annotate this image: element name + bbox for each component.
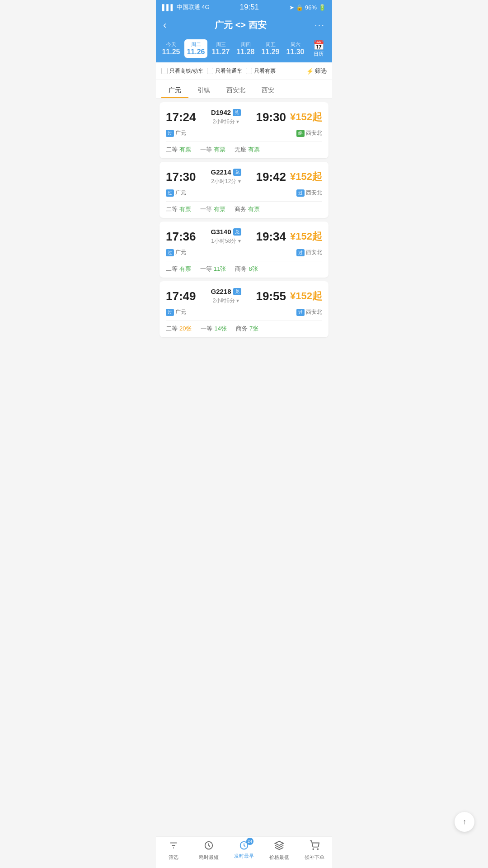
train-card-3[interactable]: 17:49 G2218 兑 2小时6分 ▾ 19:55 ¥152起 过 广元 过…	[160, 281, 328, 337]
ticket-class-0-0: 二等 有票	[166, 146, 191, 154]
calendar-button[interactable]: 📅 日历	[309, 40, 328, 57]
train-number-3: G2218	[211, 288, 231, 295]
train-card-1[interactable]: 17:30 G2214 兑 2小时12分 ▾ 19:42 ¥152起 过 广元 …	[160, 162, 328, 218]
train-duration-0: 2小时6分 ▾	[202, 118, 250, 126]
carrier-label: 中国联通 4G	[177, 3, 210, 11]
arrive-time-3: 19:55	[250, 289, 286, 303]
arrive-time-0: 19:30	[250, 110, 286, 124]
station-tab-xianbei[interactable]: 西安北	[219, 84, 253, 98]
header: ‹ 广元 <> 西安 ···	[156, 14, 332, 37]
arrive-time-1: 19:42	[250, 170, 286, 184]
depart-time-2: 17:36	[166, 230, 202, 244]
depart-station-0: 过 广元	[166, 129, 186, 137]
back-button[interactable]: ‹	[163, 19, 166, 31]
train-number-1: G2214	[211, 168, 231, 176]
date-tab-5[interactable]: 周六 11.30	[284, 39, 307, 58]
depart-time-3: 17:49	[166, 289, 202, 303]
train-list: 17:24 D1942 兑 2小时6分 ▾ 19:30 ¥152起 过 广元 终…	[156, 99, 332, 376]
signal-icon: ▌▌▌	[162, 4, 175, 11]
ticket-class-3-0: 二等 20张	[166, 325, 192, 333]
exchange-badge-1: 兑	[233, 169, 241, 176]
depart-station-3: 过 广元	[166, 308, 186, 316]
ticket-class-1-0: 二等 有票	[166, 205, 191, 213]
station-tab-xian[interactable]: 西安	[254, 84, 282, 98]
depart-tag-0: 过	[166, 130, 174, 137]
arrive-tag-3: 过	[296, 309, 305, 316]
battery-icon: 🔋	[319, 4, 326, 11]
ticket-class-2-0: 二等 有票	[166, 265, 191, 273]
ticket-class-3-1: 一等 14张	[201, 325, 226, 333]
ticket-class-0-1: 一等 有票	[200, 146, 225, 154]
ticket-avail-3: 二等 20张 一等 14张 商务 7张	[166, 321, 322, 333]
ticket-class-0-2: 无座 有票	[235, 146, 260, 154]
depart-time-0: 17:24	[166, 110, 202, 124]
arrive-station-3: 过 西安北	[286, 308, 322, 316]
exchange-badge-3: 兑	[233, 288, 241, 295]
arrive-station-1: 过 西安北	[286, 189, 322, 197]
checkbox-regular[interactable]	[207, 68, 213, 74]
train-card-0[interactable]: 17:24 D1942 兑 2小时6分 ▾ 19:30 ¥152起 过 广元 终…	[160, 102, 328, 158]
station-tabs: 广元 引镇 西安北 西安	[156, 80, 332, 99]
page-title: 广元 <> 西安	[215, 19, 266, 31]
ticket-class-3-2: 商务 7张	[236, 325, 258, 333]
ticket-class-1-1: 一等 有票	[200, 205, 225, 213]
filter-regular[interactable]: 只看普通车	[207, 67, 242, 75]
checkbox-available[interactable]	[246, 68, 252, 74]
train-duration-3: 2小时6分 ▾	[202, 297, 250, 305]
ticket-class-2-2: 商务 8张	[235, 265, 258, 273]
ticket-avail-0: 二等 有票 一等 有票 无座 有票	[166, 142, 322, 154]
station-tab-yinzhen[interactable]: 引镇	[190, 84, 217, 98]
status-right: ➤ 🔒 96% 🔋	[289, 4, 326, 11]
arrive-station-2: 过 西安北	[286, 249, 322, 256]
status-time: 19:51	[240, 3, 259, 12]
date-tab-1[interactable]: 周二 11.26	[184, 39, 207, 58]
train-duration-1: 2小时12分 ▾	[202, 178, 250, 185]
arrive-tag-0: 终	[296, 130, 305, 137]
train-card-2[interactable]: 17:36 G3140 兑 1小时58分 ▾ 19:34 ¥152起 过 广元 …	[160, 222, 328, 278]
station-tab-guangyuan[interactable]: 广元	[161, 84, 188, 98]
filter-highspeed[interactable]: 只看高铁/动车	[161, 67, 203, 75]
filter-more-button[interactable]: ⚡ 筛选	[306, 67, 327, 75]
location-icon: ➤	[289, 4, 294, 11]
arrive-tag-1: 过	[296, 189, 305, 197]
filter-icon: ⚡	[306, 68, 314, 75]
depart-tag-2: 过	[166, 249, 174, 256]
arrive-time-2: 19:34	[250, 230, 286, 244]
ticket-class-2-1: 一等 11张	[200, 265, 226, 273]
arrive-station-0: 终 西安北	[286, 129, 322, 137]
more-button[interactable]: ···	[314, 20, 325, 30]
date-tab-2[interactable]: 周三 11.27	[209, 39, 232, 58]
exchange-badge-0: 兑	[233, 109, 241, 116]
checkbox-highspeed[interactable]	[161, 68, 168, 74]
filter-available[interactable]: 只看有票	[246, 67, 276, 75]
date-tab-3[interactable]: 周四 11.28	[234, 39, 257, 58]
depart-station-1: 过 广元	[166, 189, 186, 197]
train-price-1: ¥152起	[286, 170, 322, 184]
train-price-0: ¥152起	[286, 110, 322, 124]
depart-tag-3: 过	[166, 309, 174, 316]
depart-station-2: 过 广元	[166, 249, 186, 256]
ticket-avail-2: 二等 有票 一等 11张 商务 8张	[166, 261, 322, 273]
ticket-class-1-2: 商务 有票	[235, 205, 260, 213]
train-duration-2: 1小时58分 ▾	[202, 237, 250, 245]
calendar-label: 日历	[309, 51, 328, 57]
arrive-tag-2: 过	[296, 249, 305, 256]
status-bar: ▌▌▌ 中国联通 4G 19:51 ➤ 🔒 96% 🔋	[156, 0, 332, 14]
filter-bar: 只看高铁/动车 只看普通车 只看有票 ⚡ 筛选	[156, 62, 332, 80]
depart-time-1: 17:30	[166, 170, 202, 184]
battery-label: 96%	[305, 4, 317, 11]
exchange-badge-2: 兑	[233, 228, 241, 236]
train-price-2: ¥152起	[286, 230, 322, 243]
train-number-0: D1942	[211, 108, 231, 116]
depart-tag-1: 过	[166, 189, 174, 197]
lock-icon: 🔒	[296, 4, 303, 11]
status-left: ▌▌▌ 中国联通 4G	[162, 3, 210, 11]
train-price-3: ¥152起	[286, 289, 322, 303]
calendar-icon: 📅	[309, 40, 328, 51]
date-tabs: 今天 11.25 周二 11.26 周三 11.27 周四 11.28 周五 1…	[156, 37, 332, 62]
ticket-avail-1: 二等 有票 一等 有票 商务 有票	[166, 201, 322, 213]
date-tab-4[interactable]: 周五 11.29	[259, 39, 282, 58]
train-number-2: G3140	[211, 228, 231, 236]
date-tab-0[interactable]: 今天 11.25	[160, 39, 183, 58]
